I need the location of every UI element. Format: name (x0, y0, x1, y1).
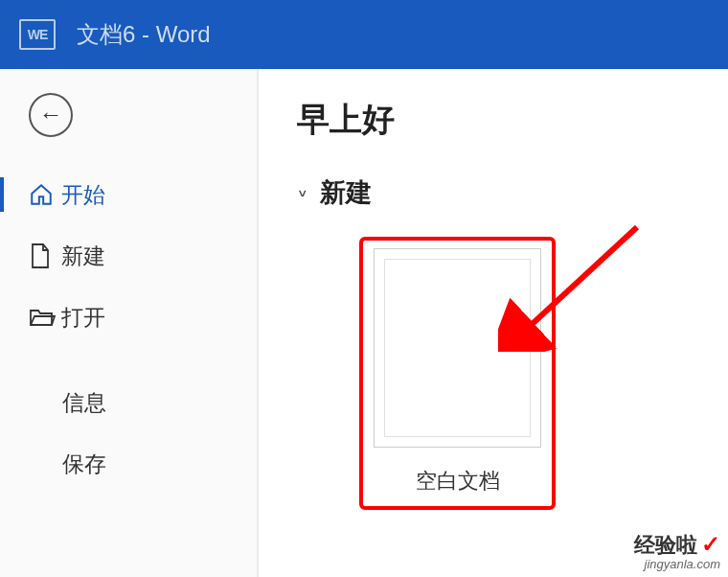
back-button[interactable]: ← (29, 93, 73, 137)
template-label: 空白文档 (374, 467, 541, 496)
template-blank-document[interactable]: 空白文档 (374, 248, 541, 496)
sidebar: ← 开始 新建 (0, 69, 259, 577)
sidebar-label: 开始 (61, 180, 105, 210)
document-icon (29, 242, 61, 269)
sidebar-item-new[interactable]: 新建 (0, 225, 257, 287)
sidebar-item-info[interactable]: 信息 (0, 372, 257, 433)
section-title: 新建 (320, 175, 372, 210)
section-header-new[interactable]: ∨ 新建 (297, 175, 690, 210)
word-app-icon: WE (19, 19, 56, 50)
sidebar-label: 保存 (62, 450, 106, 479)
sidebar-item-save[interactable]: 保存 (0, 433, 257, 495)
greeting-text: 早上好 (297, 98, 690, 142)
sidebar-label: 信息 (62, 388, 106, 418)
watermark-text: 经验啦 (634, 533, 697, 557)
home-icon (29, 182, 61, 207)
document-title: 文档6 - Word (77, 19, 211, 50)
back-arrow-icon: ← (39, 103, 63, 127)
sidebar-label: 新建 (61, 242, 105, 271)
checkmark-icon: ✓ (701, 531, 720, 557)
sidebar-label: 打开 (61, 303, 105, 333)
main-content: 早上好 ∨ 新建 空白文档 (259, 69, 728, 577)
sidebar-item-home[interactable]: 开始 (0, 164, 257, 225)
watermark-url: jingyanla.com (634, 558, 720, 571)
watermark: 经验啦 ✓ jingyanla.com (634, 532, 720, 571)
sidebar-item-open[interactable]: 打开 (0, 287, 257, 348)
chevron-down-icon: ∨ (297, 186, 308, 198)
template-thumbnail (374, 248, 541, 448)
titlebar: WE 文档6 - Word (0, 0, 728, 69)
folder-open-icon (29, 306, 61, 329)
